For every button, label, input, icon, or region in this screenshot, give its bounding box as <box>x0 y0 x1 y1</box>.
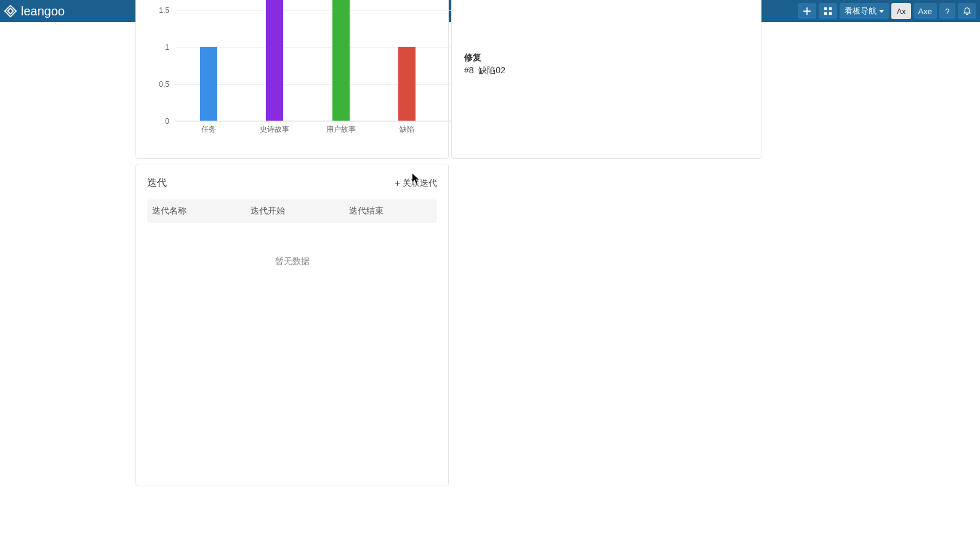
iterations-card: 迭代 + 关联迭代 迭代名称 迭代开始 迭代结束 暂无数据 <box>135 164 449 486</box>
svg-rect-2 <box>824 12 827 15</box>
board-nav-label: 看板导航 <box>845 6 877 17</box>
item-ref: #8 <box>464 65 474 75</box>
add-button[interactable] <box>798 3 816 19</box>
link-iteration-button[interactable]: + 关联迭代 <box>395 178 437 189</box>
chart-y-axis: 00.511.52 <box>153 0 172 121</box>
bar-chart: 00.511.52 任务史诗故事用户故事缺陷 <box>157 0 458 140</box>
iterations-title: 迭代 <box>147 177 167 190</box>
topbar-actions: 看板导航 Ax Axe ? <box>798 3 976 19</box>
iterations-empty-text: 暂无数据 <box>147 256 437 267</box>
y-tick-label: 1 <box>165 43 169 52</box>
item-name: 缺陷02 <box>478 65 505 75</box>
caret-down-icon <box>879 10 884 13</box>
leangoo-logo-icon <box>4 4 17 18</box>
iterations-table-header: 迭代名称 迭代开始 迭代结束 <box>147 199 437 223</box>
x-tick-label: 用户故事 <box>326 124 356 135</box>
col-iteration-start: 迭代开始 <box>251 206 349 217</box>
chart-plot-area <box>175 0 452 121</box>
board-nav-button[interactable]: 看板导航 <box>840 3 889 19</box>
item-subtitle: #8 缺陷02 <box>464 65 749 76</box>
x-tick-label: 缺陷 <box>400 124 414 135</box>
notifications-button[interactable] <box>958 3 976 19</box>
question-icon: ? <box>945 7 949 16</box>
link-iteration-label: 关联迭代 <box>403 178 437 189</box>
bell-icon <box>963 7 971 15</box>
chart-bar[interactable] <box>266 0 283 121</box>
ax-button[interactable]: Ax <box>891 3 910 19</box>
x-tick-label: 任务 <box>201 124 216 135</box>
chart-card: 00.511.52 任务史诗故事用户故事缺陷 <box>135 0 449 159</box>
plus-icon <box>803 7 811 15</box>
svg-rect-0 <box>824 7 827 10</box>
axe-button[interactable]: Axe <box>914 3 937 19</box>
svg-rect-3 <box>829 12 832 15</box>
brand-logo[interactable]: leangoo <box>4 4 65 18</box>
defect-item[interactable]: 修复 #8 缺陷02 <box>464 52 749 76</box>
y-tick-label: 0.5 <box>159 80 169 89</box>
item-status: 修复 <box>464 52 749 63</box>
y-tick-label: 1.5 <box>159 6 169 15</box>
col-iteration-end: 迭代结束 <box>349 206 432 217</box>
y-tick-label: 0 <box>165 117 169 126</box>
content-area: 00.511.52 任务史诗故事用户故事缺陷 修复 #8 缺陷02 迭代 + 关… <box>0 22 980 549</box>
help-button[interactable]: ? <box>939 3 955 19</box>
brand-text: leangoo <box>21 4 65 18</box>
chart-bar[interactable] <box>398 47 416 121</box>
svg-rect-1 <box>829 7 832 10</box>
col-iteration-name: 迭代名称 <box>152 206 251 217</box>
chart-bar[interactable] <box>332 0 350 121</box>
chart-bar[interactable] <box>200 47 217 121</box>
right-panel-card: 修复 #8 缺陷02 <box>451 0 761 159</box>
apps-button[interactable] <box>819 3 837 19</box>
grid-icon <box>824 7 832 15</box>
x-tick-label: 史诗故事 <box>260 124 289 135</box>
iterations-header: 迭代 + 关联迭代 <box>147 177 437 190</box>
plus-icon: + <box>395 178 400 188</box>
